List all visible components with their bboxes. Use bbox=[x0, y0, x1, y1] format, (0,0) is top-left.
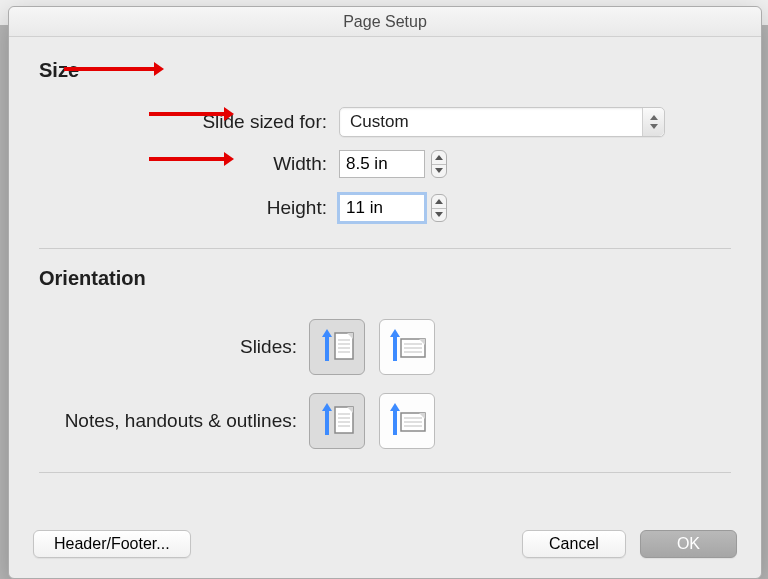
chevron-up-icon[interactable] bbox=[432, 151, 446, 165]
dialog-footer: Header/Footer... Cancel OK bbox=[9, 512, 761, 578]
svg-marker-8 bbox=[435, 155, 443, 160]
dialog-titlebar: Page Setup bbox=[9, 7, 761, 37]
svg-rect-29 bbox=[335, 407, 353, 433]
notes-orientation-label: Notes, handouts & outlines: bbox=[39, 410, 309, 432]
svg-marker-13 bbox=[322, 329, 332, 337]
notes-landscape-button[interactable] bbox=[379, 393, 435, 449]
chevron-up-icon[interactable] bbox=[432, 195, 446, 209]
slide-sized-value: Custom bbox=[340, 112, 642, 132]
dialog-content: Size Slide sized for: Custom Width: bbox=[9, 37, 761, 512]
slides-portrait-button[interactable] bbox=[309, 319, 365, 375]
width-row: Width: bbox=[39, 142, 731, 186]
svg-marker-36 bbox=[390, 403, 400, 411]
slides-orientation-label: Slides: bbox=[39, 336, 309, 358]
slide-sized-row: Slide sized for: Custom bbox=[39, 102, 731, 142]
svg-marker-6 bbox=[650, 115, 658, 120]
slide-sized-label: Slide sized for: bbox=[39, 111, 339, 133]
svg-marker-10 bbox=[435, 199, 443, 204]
chevron-down-icon[interactable] bbox=[432, 165, 446, 178]
chevron-down-icon[interactable] bbox=[432, 209, 446, 222]
svg-rect-14 bbox=[335, 333, 353, 359]
notes-orientation-row: Notes, handouts & outlines: bbox=[39, 384, 731, 458]
cancel-button[interactable]: Cancel bbox=[522, 530, 626, 558]
section-divider bbox=[39, 248, 731, 249]
svg-marker-21 bbox=[390, 329, 400, 337]
height-row: Height: bbox=[39, 186, 731, 230]
svg-marker-7 bbox=[650, 124, 658, 129]
size-section-title: Size bbox=[39, 59, 731, 82]
page-setup-dialog: Page Setup Size Slide sized for: Custom bbox=[8, 6, 762, 579]
height-input[interactable] bbox=[339, 194, 425, 222]
slides-orientation-row: Slides: bbox=[39, 310, 731, 384]
section-divider-2 bbox=[39, 472, 731, 473]
svg-marker-28 bbox=[322, 403, 332, 411]
notes-portrait-button[interactable] bbox=[309, 393, 365, 449]
chevron-updown-icon bbox=[642, 108, 664, 136]
slides-landscape-button[interactable] bbox=[379, 319, 435, 375]
orientation-section-title: Orientation bbox=[39, 267, 731, 290]
height-label: Height: bbox=[39, 197, 339, 219]
header-footer-button[interactable]: Header/Footer... bbox=[33, 530, 191, 558]
svg-marker-11 bbox=[435, 212, 443, 217]
slide-sized-select[interactable]: Custom bbox=[339, 107, 665, 137]
width-label: Width: bbox=[39, 153, 339, 175]
width-input[interactable] bbox=[339, 150, 425, 178]
height-stepper[interactable] bbox=[431, 194, 447, 222]
width-stepper[interactable] bbox=[431, 150, 447, 178]
svg-marker-9 bbox=[435, 168, 443, 173]
ok-button[interactable]: OK bbox=[640, 530, 737, 558]
dialog-title: Page Setup bbox=[343, 13, 427, 30]
